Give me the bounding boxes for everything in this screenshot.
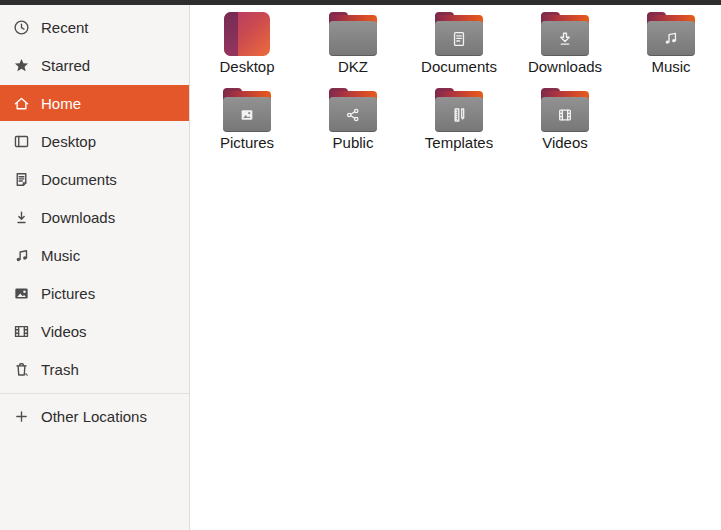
desktop-panel-icon	[13, 133, 30, 150]
download-icon	[13, 209, 30, 226]
sidebar: RecentStarredHomeDesktopDocumentsDownloa…	[0, 5, 190, 530]
document-icon	[13, 171, 30, 188]
home-icon	[13, 95, 30, 112]
folder-pictures-icon	[223, 88, 271, 132]
sidebar-item-label: Downloads	[41, 209, 115, 226]
file-label: Desktop	[219, 58, 274, 76]
sidebar-item-recent[interactable]: Recent	[0, 9, 189, 45]
file-label: Public	[333, 134, 374, 152]
sidebar-footer: Other Locations	[0, 398, 189, 434]
file-label: DKZ	[338, 58, 368, 76]
sidebar-item-label: Pictures	[41, 285, 95, 302]
folder-videos-icon	[541, 88, 589, 132]
file-view: DesktopDKZDocumentsDownloadsMusicPicture…	[190, 5, 721, 530]
file-item-documents[interactable]: Documents	[406, 8, 512, 84]
sidebar-item-label: Starred	[41, 57, 90, 74]
desktop-icon-stripe	[224, 12, 238, 56]
sidebar-item-home[interactable]: Home	[0, 85, 189, 121]
sidebar-item-pictures[interactable]: Pictures	[0, 275, 189, 311]
music-glyph-icon	[647, 21, 695, 56]
file-item-videos[interactable]: Videos	[512, 84, 618, 160]
file-item-pictures[interactable]: Pictures	[194, 84, 300, 160]
folder-music-icon	[647, 12, 695, 56]
file-label: Documents	[421, 58, 497, 76]
music-note-icon	[13, 247, 30, 264]
sidebar-item-documents[interactable]: Documents	[0, 161, 189, 197]
templates-glyph-icon	[435, 97, 483, 132]
sidebar-item-other-locations[interactable]: Other Locations	[0, 398, 189, 434]
file-label: Downloads	[528, 58, 602, 76]
sidebar-item-desktop[interactable]: Desktop	[0, 123, 189, 159]
file-item-public[interactable]: Public	[300, 84, 406, 160]
pictures-glyph-icon	[223, 97, 271, 132]
file-item-dkz[interactable]: DKZ	[300, 8, 406, 84]
sidebar-item-label: Videos	[41, 323, 87, 340]
file-label: Music	[651, 58, 690, 76]
folder-icon	[329, 12, 377, 56]
sidebar-item-label: Documents	[41, 171, 117, 188]
file-grid: DesktopDKZDocumentsDownloadsMusicPicture…	[194, 8, 721, 160]
sidebar-item-videos[interactable]: Videos	[0, 313, 189, 349]
file-label: Templates	[425, 134, 493, 152]
public-glyph-icon	[329, 97, 377, 132]
sidebar-item-label: Recent	[41, 19, 89, 36]
sidebar-item-label: Trash	[41, 361, 79, 378]
clock-icon	[13, 19, 30, 36]
sidebar-list: RecentStarredHomeDesktopDocumentsDownloa…	[0, 5, 189, 387]
folder-public-icon	[329, 88, 377, 132]
file-item-templates[interactable]: Templates	[406, 84, 512, 160]
folder-body	[329, 21, 377, 56]
folder-documents-icon	[435, 12, 483, 56]
folder-templates-icon	[435, 88, 483, 132]
plus-icon	[13, 408, 30, 425]
file-item-downloads[interactable]: Downloads	[512, 8, 618, 84]
sidebar-item-label: Desktop	[41, 133, 96, 150]
sidebar-item-music[interactable]: Music	[0, 237, 189, 273]
star-icon	[13, 57, 30, 74]
file-item-desktop[interactable]: Desktop	[194, 8, 300, 84]
desktop-folder-icon	[224, 12, 270, 56]
trash-icon	[13, 361, 30, 378]
file-item-music[interactable]: Music	[618, 8, 721, 84]
downloads-glyph-icon	[541, 21, 589, 56]
film-icon	[13, 323, 30, 340]
file-label: Videos	[542, 134, 588, 152]
sidebar-item-label: Music	[41, 247, 80, 264]
videos-glyph-icon	[541, 97, 589, 132]
sidebar-separator	[0, 393, 189, 394]
sidebar-item-label: Other Locations	[41, 408, 147, 425]
sidebar-item-trash[interactable]: Trash	[0, 351, 189, 387]
picture-icon	[13, 285, 30, 302]
sidebar-item-downloads[interactable]: Downloads	[0, 199, 189, 235]
sidebar-item-label: Home	[41, 95, 81, 112]
file-label: Pictures	[220, 134, 274, 152]
folder-downloads-icon	[541, 12, 589, 56]
documents-glyph-icon	[435, 21, 483, 56]
sidebar-item-starred[interactable]: Starred	[0, 47, 189, 83]
